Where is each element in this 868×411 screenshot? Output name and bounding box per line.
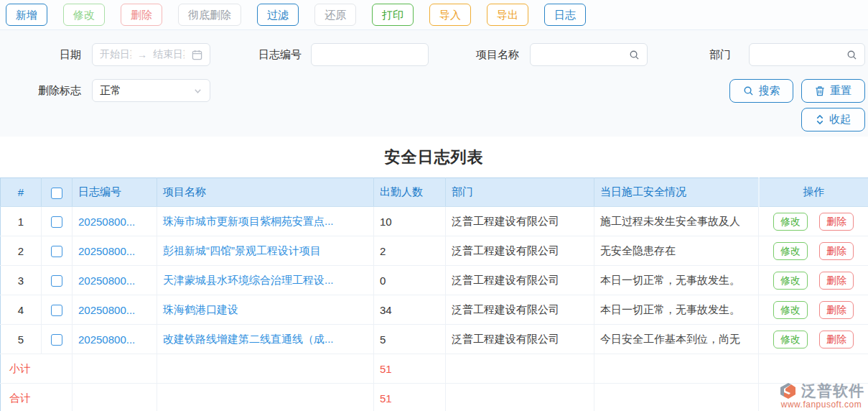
date-range-input[interactable]: 开始日期 → 结束日期: [92, 43, 210, 66]
row-delete-button[interactable]: 删除: [819, 331, 854, 348]
attendance-cell: 10: [374, 207, 446, 236]
import-button[interactable]: 导入: [429, 4, 471, 26]
project-link[interactable]: 改建铁路线增建第二线直通线（成...: [163, 333, 334, 345]
subtotal-row: 小计 51: [1, 354, 868, 384]
delete-flag-value: 正常: [100, 84, 121, 98]
row-checkbox[interactable]: [51, 334, 62, 346]
subtotal-label: 小计: [1, 354, 73, 384]
log-button[interactable]: 日志: [544, 4, 586, 26]
log-no-link[interactable]: 20250800...: [78, 216, 135, 228]
row-index: 4: [1, 295, 42, 325]
project-link[interactable]: 珠海鹤港口建设: [163, 303, 238, 315]
column-header-index: #: [1, 178, 42, 207]
table-row: 2 20250800... 彭祖新城“四馆”景观工程设计项目 2 泛普工程建设有…: [1, 236, 868, 266]
safety-cell: 本日一切正常，无事故发生。: [594, 266, 759, 295]
search-icon: [629, 50, 640, 60]
calendar-icon: [192, 50, 202, 60]
attendance-cell: 34: [374, 295, 446, 325]
row-edit-button[interactable]: 修改: [773, 213, 808, 231]
row-delete-button[interactable]: 删除: [819, 242, 854, 260]
log-no-link[interactable]: 20250800...: [78, 304, 135, 316]
department-cell: 泛普工程建设有限公司: [446, 325, 594, 354]
column-header-log-no: 日志编号: [73, 178, 157, 207]
column-header-select: [42, 178, 73, 207]
select-all-checkbox[interactable]: [51, 188, 62, 199]
project-link[interactable]: 彭祖新城“四馆”景观工程设计项目: [163, 244, 321, 257]
log-no-field-box: [311, 43, 429, 66]
search-button[interactable]: 搜索: [729, 79, 793, 103]
trash-icon: [815, 86, 825, 96]
row-checkbox[interactable]: [51, 305, 62, 316]
filter-button[interactable]: 过滤: [257, 4, 299, 26]
log-no-link[interactable]: 20250800...: [78, 333, 135, 346]
row-checkbox[interactable]: [51, 275, 62, 287]
table-body: 1 20250800... 珠海市城市更新项目紫桐苑安置点... 10 泛普工程…: [1, 207, 868, 354]
table-row: 1 20250800... 珠海市城市更新项目紫桐苑安置点... 10 泛普工程…: [1, 207, 868, 236]
delete-flag-label: 删除标志: [14, 79, 81, 102]
edit-button[interactable]: 修改: [63, 4, 105, 26]
arrow-right-icon: →: [137, 49, 147, 60]
table-row: 4 20250800... 珠海鹤港口建设 34 泛普工程建设有限公司 本日一切…: [1, 295, 868, 325]
table-row: 3 20250800... 天津蒙城县水环境综合治理工程设... 0 泛普工程建…: [1, 266, 868, 295]
delete-flag-select[interactable]: 正常: [92, 79, 210, 102]
purge-button[interactable]: 彻底删除: [178, 4, 241, 26]
department-cell: 泛普工程建设有限公司: [446, 266, 594, 295]
row-index: 2: [1, 236, 42, 266]
attendance-cell: 5: [374, 325, 446, 354]
department-input[interactable]: [757, 49, 846, 60]
project-link[interactable]: 天津蒙城县水环境综合治理工程设...: [163, 274, 334, 286]
column-header-department: 部门: [446, 178, 594, 207]
row-edit-button[interactable]: 修改: [773, 242, 808, 260]
restore-button[interactable]: 还原: [314, 4, 356, 26]
row-delete-button[interactable]: 删除: [819, 213, 854, 231]
total-label: 合计: [1, 384, 73, 411]
safety-cell: 本日一切正常，无事故发生。: [594, 295, 759, 325]
page-title: 安全日志列表: [385, 147, 484, 168]
table-row: 5 20250800... 改建铁路线增建第二线直通线（成... 5 泛普工程建…: [1, 325, 868, 354]
row-checkbox[interactable]: [51, 216, 62, 228]
chevron-down-icon: [193, 86, 202, 96]
attendance-cell: 2: [374, 236, 446, 266]
department-cell: 泛普工程建设有限公司: [446, 207, 594, 236]
project-input[interactable]: [538, 49, 629, 60]
log-no-link[interactable]: 20250800...: [78, 245, 135, 257]
export-button[interactable]: 导出: [487, 4, 528, 26]
row-edit-button[interactable]: 修改: [773, 331, 808, 348]
total-row: 合计 51: [1, 384, 868, 411]
project-field-box: [530, 43, 648, 66]
reset-button[interactable]: 重置: [801, 79, 865, 103]
row-edit-button[interactable]: 修改: [773, 301, 808, 319]
summary-body: 小计 51 合计 51: [1, 354, 868, 411]
row-edit-button[interactable]: 修改: [773, 272, 808, 290]
delete-button[interactable]: 删除: [121, 4, 162, 26]
log-no-input[interactable]: [319, 49, 421, 60]
subtotal-attendance: 51: [374, 354, 446, 384]
safety-cell: 无安全隐患存在: [594, 236, 759, 266]
collapse-button[interactable]: 收起: [801, 108, 865, 131]
add-button[interactable]: 新增: [6, 4, 47, 26]
filter-panel: 日期 开始日期 → 结束日期 日志编号 项目名称 部门: [0, 30, 868, 137]
department-label: 部门: [668, 43, 731, 66]
date-end-placeholder: 结束日期: [153, 48, 185, 61]
row-index: 1: [1, 207, 42, 236]
print-button[interactable]: 打印: [372, 4, 414, 26]
department-field-box: [749, 43, 865, 66]
project-link[interactable]: 珠海市城市更新项目紫桐苑安置点...: [163, 215, 334, 227]
department-cell: 泛普工程建设有限公司: [446, 236, 594, 266]
collapse-icon: [816, 114, 824, 125]
search-icon: [743, 86, 754, 96]
safety-cell: 今日安全工作基本到位，尚无: [594, 325, 759, 354]
column-header-actions: 操作: [759, 178, 868, 207]
title-bar: 安全日志列表: [0, 137, 868, 177]
attendance-cell: 0: [374, 266, 446, 295]
log-no-link[interactable]: 20250800...: [78, 274, 135, 287]
row-delete-button[interactable]: 删除: [819, 301, 854, 319]
project-label: 项目名称: [452, 43, 519, 66]
safety-cell: 施工过程未发生安全事故及人: [594, 207, 759, 236]
search-icon: [846, 50, 857, 60]
row-checkbox[interactable]: [51, 246, 62, 257]
department-cell: 泛普工程建设有限公司: [446, 295, 594, 325]
top-toolbar: 新增 修改 删除 彻底删除 过滤 还原 打印 导入 导出 日志: [0, 0, 868, 30]
column-header-attendance: 出勤人数: [374, 178, 446, 207]
row-delete-button[interactable]: 删除: [819, 272, 854, 290]
